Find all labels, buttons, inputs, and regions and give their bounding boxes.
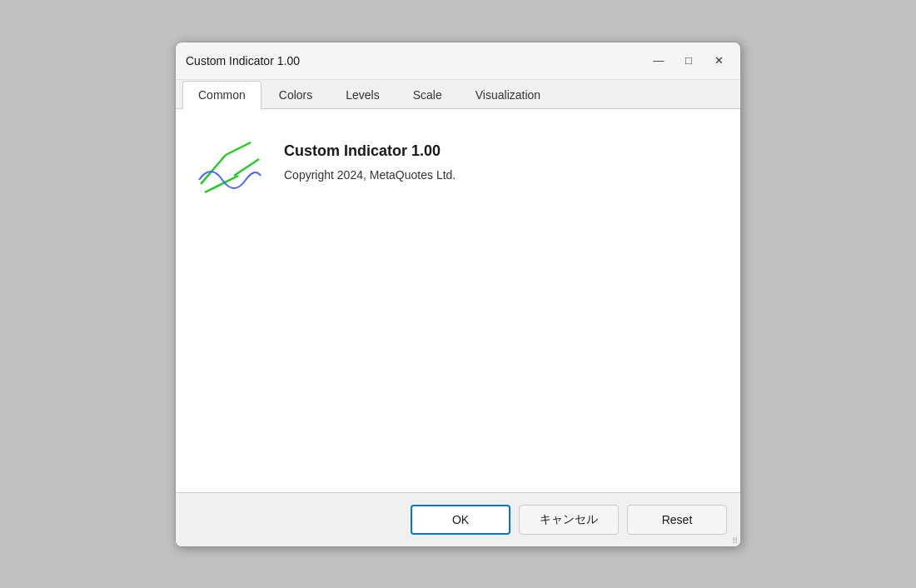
tab-colors[interactable]: Colors bbox=[263, 81, 328, 109]
indicator-info: Custom Indicator 1.00 Copyright 2024, Me… bbox=[284, 134, 456, 182]
tab-bar: Common Colors Levels Scale Visualization bbox=[176, 80, 740, 109]
tab-levels[interactable]: Levels bbox=[330, 81, 395, 109]
tab-common[interactable]: Common bbox=[182, 81, 261, 109]
close-button[interactable]: ✕ bbox=[707, 49, 730, 72]
content-area: Custom Indicator 1.00 Copyright 2024, Me… bbox=[176, 109, 740, 492]
resize-handle[interactable]: ⠿ bbox=[732, 536, 738, 546]
minimize-button[interactable]: — bbox=[647, 49, 670, 72]
indicator-svg bbox=[192, 134, 267, 209]
window-title: Custom Indicator 1.00 bbox=[186, 54, 300, 67]
reset-button[interactable]: Reset bbox=[627, 505, 727, 535]
title-bar: Custom Indicator 1.00 — □ ✕ bbox=[176, 42, 740, 80]
ok-button[interactable]: OK bbox=[411, 505, 510, 535]
maximize-button[interactable]: □ bbox=[677, 49, 700, 72]
tab-scale[interactable]: Scale bbox=[397, 81, 458, 109]
svg-line-1 bbox=[226, 142, 251, 155]
indicator-copyright: Copyright 2024, MetaQuotes Ltd. bbox=[284, 168, 456, 182]
indicator-icon bbox=[192, 134, 267, 209]
title-bar-controls: — □ ✕ bbox=[647, 49, 730, 72]
tab-visualization[interactable]: Visualization bbox=[460, 81, 556, 109]
cancel-button[interactable]: キャンセル bbox=[519, 505, 619, 535]
footer: OK キャンセル Reset bbox=[176, 492, 740, 546]
indicator-name: Custom Indicator 1.00 bbox=[284, 142, 456, 160]
dialog-window: Custom Indicator 1.00 — □ ✕ Common Color… bbox=[175, 42, 741, 547]
